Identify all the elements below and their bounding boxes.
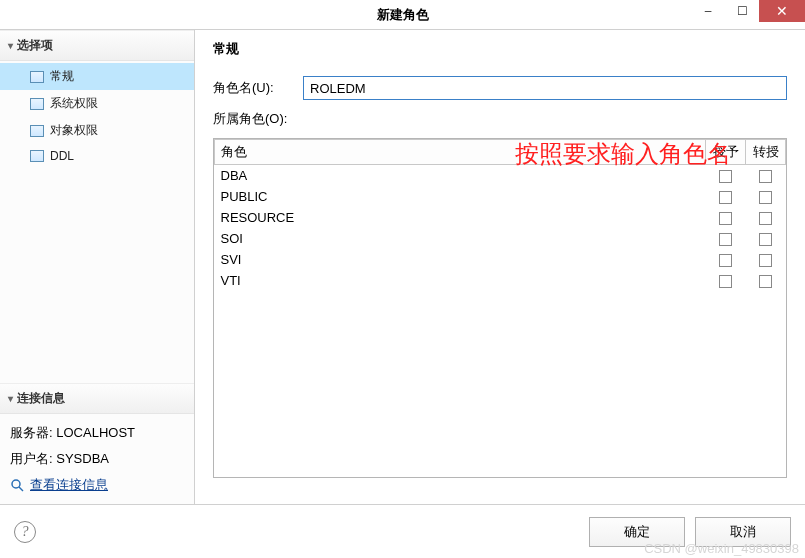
table-row[interactable]: SOI xyxy=(215,228,786,249)
role-name-label: 角色名(U): xyxy=(213,79,303,97)
sidebar-item-label: 常规 xyxy=(50,68,74,85)
help-button[interactable]: ? xyxy=(14,521,36,543)
sidebar: ▾ 选择项 常规 系统权限 对象权限 DDL ▾ 连接信息 xyxy=(0,30,195,504)
table-row[interactable]: RESOURCE xyxy=(215,207,786,228)
grant-checkbox[interactable] xyxy=(719,191,732,204)
window-title: 新建角色 xyxy=(377,6,429,24)
options-header-label: 选择项 xyxy=(17,37,53,54)
page-icon xyxy=(30,150,44,162)
user-label: 用户名: xyxy=(10,451,53,466)
connection-section-header[interactable]: ▾ 连接信息 xyxy=(0,383,194,414)
sidebar-item-general[interactable]: 常规 xyxy=(0,63,194,90)
view-connection-link[interactable]: 查看连接信息 xyxy=(10,472,184,498)
page-icon xyxy=(30,125,44,137)
role-cell: PUBLIC xyxy=(215,186,706,207)
table-row[interactable]: PUBLIC xyxy=(215,186,786,207)
grant-checkbox[interactable] xyxy=(719,254,732,267)
col-transfer[interactable]: 转授 xyxy=(746,140,786,165)
sidebar-item-label: 系统权限 xyxy=(50,95,98,112)
title-bar: 新建角色 – ☐ ✕ xyxy=(0,0,805,30)
table-row[interactable]: SVI xyxy=(215,249,786,270)
grant-checkbox[interactable] xyxy=(719,170,732,183)
user-row: 用户名: SYSDBA xyxy=(10,446,184,472)
transfer-checkbox[interactable] xyxy=(759,170,772,183)
sidebar-item-label: 对象权限 xyxy=(50,122,98,139)
server-label: 服务器: xyxy=(10,425,53,440)
sidebar-item-ddl[interactable]: DDL xyxy=(0,144,194,168)
table-row[interactable]: VTI xyxy=(215,270,786,291)
ok-button[interactable]: 确定 xyxy=(589,517,685,547)
maximize-button[interactable]: ☐ xyxy=(725,0,759,22)
roles-table-container: 角色 授予 转授 DBA PUBLIC xyxy=(213,138,787,478)
role-cell: DBA xyxy=(215,165,706,187)
col-role[interactable]: 角色 xyxy=(215,140,706,165)
transfer-checkbox[interactable] xyxy=(759,212,772,225)
options-section-header[interactable]: ▾ 选择项 xyxy=(0,30,194,61)
server-value: LOCALHOST xyxy=(56,425,135,440)
role-name-row: 角色名(U): xyxy=(213,76,787,100)
role-cell: RESOURCE xyxy=(215,207,706,228)
role-cell: VTI xyxy=(215,270,706,291)
page-icon xyxy=(30,71,44,83)
transfer-checkbox[interactable] xyxy=(759,191,772,204)
sidebar-item-system-priv[interactable]: 系统权限 xyxy=(0,90,194,117)
role-cell: SOI xyxy=(215,228,706,249)
belong-role-row: 所属角色(O): xyxy=(213,110,787,128)
collapse-icon: ▾ xyxy=(8,393,13,404)
dialog-content: ▾ 选择项 常规 系统权限 对象权限 DDL ▾ 连接信息 xyxy=(0,30,805,504)
table-row[interactable]: DBA xyxy=(215,165,786,187)
window-controls: – ☐ ✕ xyxy=(691,0,805,30)
col-grant[interactable]: 授予 xyxy=(706,140,746,165)
dialog-footer: ? 确定 取消 xyxy=(0,504,805,558)
transfer-checkbox[interactable] xyxy=(759,254,772,267)
user-value: SYSDBA xyxy=(56,451,109,466)
cancel-button[interactable]: 取消 xyxy=(695,517,791,547)
minimize-button[interactable]: – xyxy=(691,0,725,22)
close-button[interactable]: ✕ xyxy=(759,0,805,22)
options-list: 常规 系统权限 对象权限 DDL xyxy=(0,61,194,170)
role-cell: SVI xyxy=(215,249,706,270)
view-connection-label: 查看连接信息 xyxy=(30,476,108,494)
svg-point-0 xyxy=(12,480,20,488)
roles-table: 角色 授予 转授 DBA PUBLIC xyxy=(214,139,786,291)
sidebar-item-object-priv[interactable]: 对象权限 xyxy=(0,117,194,144)
grant-checkbox[interactable] xyxy=(719,233,732,246)
transfer-checkbox[interactable] xyxy=(759,275,772,288)
grant-checkbox[interactable] xyxy=(719,212,732,225)
main-panel: 常规 角色名(U): 所属角色(O): 角色 授予 转授 DBA xyxy=(195,30,805,504)
svg-line-1 xyxy=(19,487,23,491)
sidebar-item-label: DDL xyxy=(50,149,74,163)
magnifier-icon xyxy=(10,478,26,492)
collapse-icon: ▾ xyxy=(8,40,13,51)
page-icon xyxy=(30,98,44,110)
role-name-input[interactable] xyxy=(303,76,787,100)
belong-role-label: 所属角色(O): xyxy=(213,110,303,128)
connection-info: 服务器: LOCALHOST 用户名: SYSDBA 查看连接信息 xyxy=(0,414,194,504)
grant-checkbox[interactable] xyxy=(719,275,732,288)
connection-header-label: 连接信息 xyxy=(17,390,65,407)
panel-title: 常规 xyxy=(213,40,787,58)
transfer-checkbox[interactable] xyxy=(759,233,772,246)
server-row: 服务器: LOCALHOST xyxy=(10,420,184,446)
